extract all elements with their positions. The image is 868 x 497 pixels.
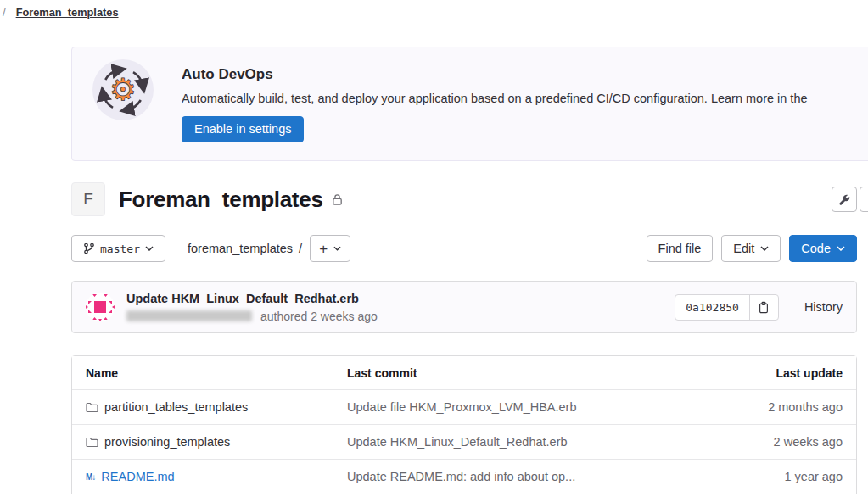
file-nav-actions: Find file Edit Code bbox=[647, 235, 857, 262]
column-name: Name bbox=[72, 356, 333, 389]
find-file-button[interactable]: Find file bbox=[647, 235, 714, 262]
file-navigation: master foreman_templates / + Find file E… bbox=[71, 235, 857, 262]
auto-devops-title: Auto DevOps bbox=[182, 66, 809, 83]
commit-author-identicon bbox=[86, 293, 115, 321]
row-last-update: 1 year ago bbox=[784, 470, 843, 483]
row-commit-link[interactable]: Update HKM_Linux_Default_Redhat.erb bbox=[347, 435, 568, 449]
add-file-dropdown[interactable]: + bbox=[310, 235, 350, 262]
chevron-down-icon bbox=[145, 246, 154, 251]
copy-sha-button[interactable] bbox=[749, 295, 778, 320]
table-row: partition_tables_templates Update file H… bbox=[72, 389, 856, 424]
lock-icon bbox=[331, 193, 344, 206]
commit-info: Update HKM_Linux_Default_Redhat.erb auth… bbox=[126, 292, 378, 323]
commit-sha: 0a102850 bbox=[675, 295, 749, 320]
breadcrumb-separator: / bbox=[3, 6, 6, 19]
branch-name: master bbox=[100, 243, 140, 255]
code-dropdown[interactable]: Code bbox=[789, 235, 857, 262]
project-settings-wrench-button[interactable] bbox=[832, 187, 857, 212]
project-action-button-partial[interactable] bbox=[860, 187, 868, 212]
row-commit-link[interactable]: Update file HKM_Proxmox_LVM_HBA.erb bbox=[347, 400, 577, 414]
chevron-down-icon bbox=[760, 246, 769, 251]
last-commit-box: Update HKM_Linux_Default_Redhat.erb auth… bbox=[71, 281, 857, 333]
branch-selector[interactable]: master bbox=[71, 235, 165, 262]
project-header: F Foreman_templates bbox=[71, 182, 857, 216]
folder-icon bbox=[86, 402, 98, 413]
clipboard-icon bbox=[758, 301, 770, 314]
enable-in-settings-button[interactable]: Enable in settings bbox=[182, 116, 304, 142]
row-last-update: 2 months ago bbox=[768, 400, 843, 414]
commit-message-link[interactable]: Update HKM_Linux_Default_Redhat.erb bbox=[126, 292, 378, 305]
main-content: ⚙ Auto DevOps Automatically build, test,… bbox=[0, 47, 868, 494]
edit-label: Edit bbox=[733, 242, 754, 255]
row-commit-link[interactable]: Update README.md: add info about op... bbox=[347, 470, 575, 483]
tree-item-name: provisioning_templates bbox=[104, 435, 230, 449]
chevron-down-icon bbox=[837, 246, 845, 251]
path-separator: / bbox=[299, 242, 302, 255]
row-last-update: 2 weeks ago bbox=[774, 435, 843, 449]
gitlab-project-page: / Foreman_templates ⚙ bbox=[0, 0, 868, 497]
plus-icon: + bbox=[319, 242, 328, 256]
table-row: M↓ README.md Update README.md: add info … bbox=[72, 459, 856, 494]
repo-path[interactable]: foreman_templates bbox=[188, 242, 293, 255]
tree-item-name: partition_tables_templates bbox=[104, 400, 248, 414]
commit-meta: authored 2 weeks ago bbox=[126, 310, 378, 323]
auto-devops-banner: ⚙ Auto DevOps Automatically build, test,… bbox=[71, 47, 868, 161]
project-title: Foreman_templates bbox=[119, 187, 323, 213]
edit-dropdown[interactable]: Edit bbox=[721, 235, 781, 262]
column-last-update: Last update bbox=[712, 356, 856, 389]
tree-item-readme[interactable]: M↓ README.md bbox=[86, 470, 320, 483]
auto-devops-description-text: Automatically build, test, and deploy yo… bbox=[182, 92, 809, 105]
auto-devops-gear-icon: ⚙ bbox=[92, 59, 154, 120]
svg-text:⚙: ⚙ bbox=[109, 72, 137, 107]
code-label: Code bbox=[801, 242, 831, 255]
commit-author-redacted bbox=[126, 310, 252, 321]
breadcrumb: / Foreman_templates bbox=[0, 0, 868, 25]
git-branch-icon bbox=[83, 243, 95, 254]
wrench-icon bbox=[838, 193, 851, 206]
breadcrumb-project-link[interactable]: Foreman_templates bbox=[16, 6, 119, 19]
history-button[interactable]: History bbox=[804, 300, 843, 314]
commit-authored-time: authored 2 weeks ago bbox=[260, 310, 378, 323]
tree-header-row: Name Last commit Last update bbox=[72, 356, 856, 389]
tree-item-name: README.md bbox=[101, 470, 174, 483]
project-header-actions bbox=[832, 187, 857, 212]
project-avatar: F bbox=[71, 182, 105, 216]
tree-item-provisioning-templates[interactable]: provisioning_templates bbox=[86, 435, 320, 449]
file-tree-table: Name Last commit Last update partition_t… bbox=[71, 355, 857, 494]
commit-actions: 0a102850 History bbox=[675, 294, 843, 321]
markdown-icon: M↓ bbox=[86, 472, 95, 482]
column-last-commit: Last commit bbox=[333, 356, 712, 389]
commit-sha-box: 0a102850 bbox=[675, 294, 779, 321]
auto-devops-description: Automatically build, test, and deploy yo… bbox=[182, 92, 809, 105]
chevron-down-icon bbox=[333, 246, 341, 251]
folder-icon bbox=[86, 437, 98, 448]
tree-item-partition-tables-templates[interactable]: partition_tables_templates bbox=[86, 400, 320, 414]
table-row: provisioning_templates Update HKM_Linux_… bbox=[72, 424, 856, 459]
auto-devops-body: Auto DevOps Automatically build, test, a… bbox=[182, 59, 809, 142]
